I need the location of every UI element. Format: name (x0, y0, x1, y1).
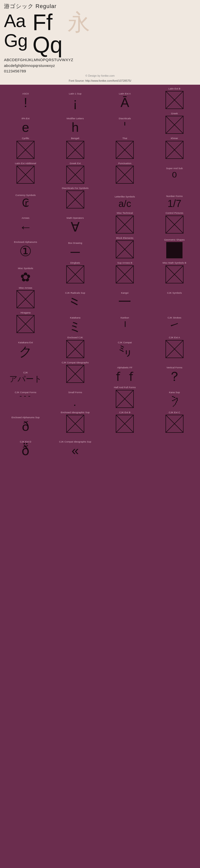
char-display: ⺀ (69, 295, 82, 308)
char-cell-label: Thai (122, 137, 127, 140)
placeholder-box (116, 415, 134, 433)
font-source: Font Source: http://www.fontke.com/font/… (4, 78, 196, 83)
char-cell-label: Latin Ext B (168, 87, 181, 90)
char-cell: Bengali (51, 135, 100, 160)
char-cell-label: Enclosed CJK (68, 336, 83, 339)
char-cell: Latin 1 Sup¡ (51, 86, 100, 110)
placeholder-box (66, 190, 84, 209)
char-cell-label: Kana Sup (169, 391, 180, 394)
char-cell: Kanbun㆐ (100, 310, 150, 334)
char-cell-label: Diacriticals (119, 117, 131, 120)
char-cell-label: IPA Ext (22, 117, 30, 120)
placeholder-box (66, 141, 84, 159)
char-cell-label: Box Drawing (68, 242, 82, 244)
char-cell: CJK Compat Forms﹉ (1, 384, 50, 409)
char-cell-label: ASCII (22, 92, 29, 95)
char-cell-label: Dingbats (70, 261, 80, 264)
char-cell-label: Block Elements (116, 237, 133, 239)
char-display: ﹉ (19, 395, 32, 408)
char-display: ク (19, 345, 32, 358)
placeholder-box (165, 216, 184, 234)
char-cell-label: Latin Ext A (119, 92, 131, 95)
char-cell-label: Khmer (171, 137, 178, 140)
char-cell-label: Greek (171, 112, 178, 115)
char-cell-label: Kangxi (121, 291, 128, 294)
char-display: ① (19, 244, 32, 258)
placeholder-box (116, 141, 134, 159)
char-display: 1/7 (167, 198, 182, 209)
placeholder-box (66, 166, 84, 184)
char-display: Ā (120, 96, 129, 109)
char-display: ˈ (123, 121, 126, 134)
char-grid: ASCII!Latin 1 Sup¡Latin Ext AĀLatin Ext … (1, 86, 199, 458)
char-cell-label: CJK Compat Forms (15, 391, 37, 394)
char-cell-label: Greek Ext (70, 162, 81, 165)
char-cell: Letterlike Symbolsa/c (100, 185, 150, 210)
char-cell-label: Misc Arrows (19, 286, 32, 289)
char-cell: Alphabetic FFｆｆ (100, 360, 150, 384)
char-cell-label: Modifier Letters (67, 117, 84, 120)
preview-qq: Qq (33, 34, 63, 56)
char-display: ？ (168, 370, 181, 383)
placeholder-box (16, 166, 35, 184)
char-cell-label: Enclosed Alphanums (14, 241, 37, 243)
char-cell: Half And Full Forms (100, 384, 150, 409)
placeholder-box (116, 216, 134, 234)
char-display (168, 295, 181, 308)
placeholder-box (16, 315, 35, 333)
char-cell: IPA Exte (1, 111, 50, 135)
char-display: ₢ (22, 197, 29, 209)
char-cell: Misc Technical (100, 210, 150, 234)
char-cell-label: Katakana (70, 316, 80, 319)
placeholder-box (165, 340, 184, 358)
alphabet-upper: ABCDEFGHIJKLMNOPQRSTUVWXYZ (4, 57, 196, 63)
placeholder-box (116, 266, 134, 283)
char-cell-label: Enclosed Alphanums Sup (11, 416, 40, 419)
alphabet-lower: abcdefghijklmnopqrstuvwxyz (4, 63, 196, 69)
char-cell-label: Cyrillic (22, 137, 29, 140)
char-display: ﹒ (69, 395, 82, 408)
char-cell: Latin Ext AĀ (100, 86, 150, 110)
char-cell-label: CJK Compat Ideographs (62, 361, 89, 364)
digits: 0123456789 (4, 68, 196, 74)
char-display: ─ (71, 245, 80, 258)
char-cell: ASCII! (1, 86, 50, 110)
char-cell-label: Geometric Shapes (164, 238, 185, 241)
char-cell: Enclosed Alphanums Supð (1, 409, 50, 434)
char-cell: Currency Symbols₢ (1, 185, 50, 210)
char-cell: CJK Ext A (150, 335, 199, 359)
char-cell: CJK Symbols (150, 285, 199, 309)
preview-aa: Aa (4, 11, 28, 31)
char-cell: Small Forms﹒ (51, 384, 100, 409)
char-cell-label: CJK Radicals Sup (65, 291, 85, 294)
char-cell: Geometric Shapes (150, 235, 199, 259)
char-cell-label: CJK Ext D (20, 440, 31, 443)
header-section: 游ゴシック Regular Aa Gg Ff Qq 永 ABCDEFGHIJKL… (0, 0, 200, 85)
char-display: ð̈ (22, 444, 30, 457)
char-cell: Modifier Lettersh (51, 111, 100, 135)
char-cell: Greek (150, 111, 199, 135)
char-display: 𛀀 (168, 395, 181, 408)
char-cell: Control Pictures (150, 210, 199, 234)
char-cell: CJK Ext Dð̈ (1, 434, 50, 458)
char-cell: Enclosed CJK (51, 335, 100, 359)
char-cell-label: Super And Sub (166, 167, 183, 169)
char-cell: Misc Math Symbols B (150, 260, 199, 284)
char-cell-label: CJK Ext C (169, 411, 180, 414)
char-cell: Math Operators∀ (51, 210, 100, 234)
preview-kanji: 永 (68, 10, 90, 35)
char-cell: Hiragana (1, 310, 50, 334)
placeholder-box (165, 266, 184, 283)
placeholder-box (66, 340, 84, 358)
placeholder-box (66, 266, 84, 283)
char-cell: Punctuation (100, 160, 150, 185)
char-cell: Enclosed Ideographic Sup (51, 409, 100, 434)
char-cell: CJK Compat Ideographs (51, 360, 100, 384)
char-display: ⼀ (118, 295, 131, 308)
char-display: アパート (9, 375, 42, 383)
placeholder-box (16, 290, 35, 308)
char-display: ｆｆ (112, 370, 138, 383)
char-cell-label: Hiragana (21, 311, 31, 314)
char-cell: Khmer (150, 135, 199, 160)
placeholder-box (165, 116, 184, 134)
